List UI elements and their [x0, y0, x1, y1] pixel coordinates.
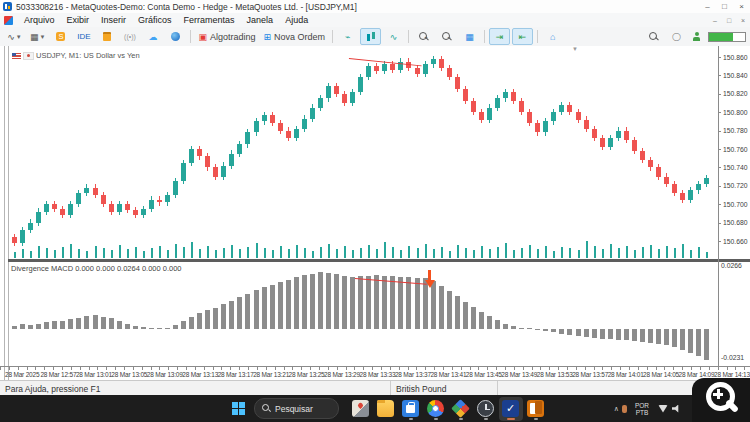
histogram-bar	[254, 290, 259, 329]
tray-overflow-icon[interactable]: ∧	[614, 405, 619, 413]
menu-item-ferramentas[interactable]: Ferramentas	[178, 13, 241, 27]
candle-body	[640, 151, 645, 160]
maximize-button[interactable]: □	[716, 1, 733, 13]
candle-body	[254, 121, 259, 132]
taskbar-app-active-check[interactable]: ✓	[499, 397, 523, 421]
time-axis-label: 28 Mar 13:49	[501, 371, 537, 378]
signal-icon[interactable]: ((•))	[119, 28, 140, 45]
menu-item-inserir[interactable]: Inserir	[95, 13, 132, 27]
taskbar-app-diamond[interactable]	[449, 397, 473, 421]
candle-body	[519, 101, 524, 112]
child-minimize-button[interactable]: –	[708, 14, 722, 27]
time-axis-label: 28 Mar 13:41	[430, 371, 466, 378]
menu-item-exibir[interactable]: Exibir	[61, 13, 96, 27]
volume-bar	[62, 247, 64, 258]
volume-bar	[352, 250, 354, 258]
objects-tool-button[interactable]: ▦▼	[27, 28, 48, 45]
cloud-icon[interactable]: ☁	[142, 28, 163, 45]
wifi-icon[interactable]	[658, 405, 668, 413]
close-button[interactable]: ×	[733, 1, 750, 13]
tick-chart-button[interactable]: ⌁	[337, 28, 358, 45]
menu-item-arquivo[interactable]: Arquivo	[18, 13, 61, 27]
volume-bar	[529, 245, 531, 258]
taskbar-app-store[interactable]	[399, 397, 423, 421]
lock-icon[interactable]	[96, 28, 117, 45]
candle-body	[704, 178, 709, 184]
histogram-bar	[519, 328, 524, 329]
magnifier-cursor-overlay	[692, 378, 750, 422]
language-indicator[interactable]: PORPTB	[635, 402, 649, 416]
pane-separator[interactable]	[8, 259, 750, 262]
volume-bar	[151, 248, 153, 258]
candle-body	[270, 115, 275, 123]
time-axis-label: 28 Mar 13:37	[395, 371, 431, 378]
histogram-bar	[535, 329, 540, 330]
line-chart-button[interactable]: ∿	[383, 28, 404, 45]
volume-icon[interactable]	[672, 405, 681, 413]
taskbar-app-clock[interactable]	[474, 397, 498, 421]
cursor-tool-button[interactable]: ∿▼	[4, 28, 25, 45]
histogram-bar	[648, 329, 653, 343]
auto-scroll-button[interactable]: ⇤	[512, 28, 533, 45]
volume-bar	[457, 245, 459, 258]
help-icon[interactable]: ◯	[666, 28, 687, 45]
volume-bar	[521, 248, 523, 258]
time-axis[interactable]: 28 Mar 202528 Mar 12:5728 Mar 13:0128 Ma…	[0, 366, 750, 380]
candle-body	[366, 66, 371, 77]
menu-item-janela[interactable]: Janela	[241, 13, 280, 27]
candlestick-chart-button[interactable]	[360, 28, 381, 45]
minimize-button[interactable]: –	[699, 1, 716, 13]
pane-border-line	[8, 46, 9, 380]
volume-bar	[425, 244, 427, 258]
taskbar-search[interactable]: Pesquisar	[254, 398, 339, 419]
time-axis-label: 28 Mar 13:29	[324, 371, 360, 378]
volume-bar	[561, 247, 563, 258]
shift-end-button[interactable]: ⇥	[489, 28, 510, 45]
zoom-in-button[interactable]: +	[413, 28, 434, 45]
volume-bar	[376, 249, 378, 258]
price-axis-label: 150.820	[723, 90, 748, 97]
histogram-bar	[455, 296, 460, 329]
taskbar-app-explorer[interactable]	[374, 397, 398, 421]
taskbar-app-chrome[interactable]	[424, 397, 448, 421]
volume-bar	[264, 248, 266, 258]
histogram-bar	[584, 329, 589, 337]
histogram-bar	[173, 325, 178, 329]
histogram-bar	[52, 321, 57, 329]
histogram-bar	[479, 312, 484, 329]
time-axis-label: 28 Mar 13:05	[111, 371, 147, 378]
chart-area[interactable]: USDJPY, M1: US Dollar vs Yen ▼ Divergenc…	[0, 46, 750, 380]
price-axis-label: 150.700	[723, 201, 748, 208]
taskbar-app-maps[interactable]	[349, 397, 373, 421]
menu-item-graficos[interactable]: Gráficos	[132, 13, 178, 27]
search-icon	[262, 404, 271, 413]
nova-ordem-button[interactable]: ⊞Nova Ordem	[261, 28, 329, 45]
price-axis-tick	[718, 57, 721, 58]
ide-button[interactable]: IDE	[73, 28, 94, 45]
market-globe-icon[interactable]	[165, 28, 186, 45]
volume-bar	[392, 247, 394, 258]
community-user-icon[interactable]	[692, 32, 701, 41]
volume-bar	[505, 243, 507, 258]
child-restore-button[interactable]: □	[722, 14, 736, 27]
one-click-collapse-icon[interactable]: ▼	[572, 46, 578, 52]
search-icon[interactable]	[643, 28, 664, 45]
strategy-tester-button[interactable]: S	[50, 28, 71, 45]
start-button[interactable]	[232, 402, 246, 416]
child-close-button[interactable]: ×	[736, 14, 750, 27]
algotrading-button[interactable]: ▣Algotrading	[195, 28, 258, 45]
taskbar-app-office[interactable]	[524, 397, 548, 421]
candle-body	[463, 89, 468, 101]
histogram-bar	[656, 329, 661, 344]
histogram-bar	[245, 294, 250, 329]
price-axis-tick	[718, 94, 721, 95]
sell-arrow-icon	[428, 270, 431, 280]
histogram-bar	[543, 329, 548, 331]
tile-windows-button[interactable]: ▦	[459, 28, 480, 45]
microphone-icon[interactable]	[622, 405, 627, 413]
histogram-bar	[20, 324, 25, 329]
home-button[interactable]: ⌂	[542, 28, 563, 45]
volume-bar	[272, 250, 274, 258]
zoom-out-button[interactable]: −	[436, 28, 457, 45]
menu-item-ajuda[interactable]: Ajuda	[279, 13, 314, 27]
